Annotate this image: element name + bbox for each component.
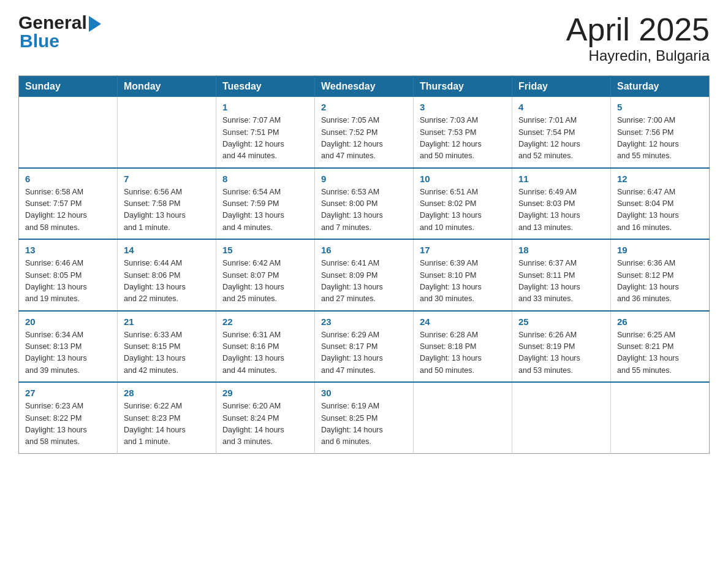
- day-number: 16: [321, 245, 407, 255]
- calendar-cell: 26Sunrise: 6:25 AMSunset: 8:21 PMDayligh…: [611, 311, 710, 383]
- day-number: 8: [222, 174, 308, 184]
- calendar-table: SundayMondayTuesdayWednesdayThursdayFrid…: [18, 75, 710, 454]
- calendar-cell: 27Sunrise: 6:23 AMSunset: 8:22 PMDayligh…: [19, 382, 118, 453]
- day-info: Sunrise: 6:51 AMSunset: 8:02 PMDaylight:…: [420, 186, 506, 234]
- calendar-cell: 5Sunrise: 7:00 AMSunset: 7:56 PMDaylight…: [611, 97, 710, 168]
- calendar-cell: 3Sunrise: 7:03 AMSunset: 7:53 PMDaylight…: [414, 97, 512, 168]
- day-info: Sunrise: 6:53 AMSunset: 8:00 PMDaylight:…: [321, 186, 407, 234]
- calendar-title: April 2025: [566, 12, 710, 47]
- day-number: 13: [25, 245, 111, 255]
- day-info: Sunrise: 6:20 AMSunset: 8:24 PMDaylight:…: [222, 400, 308, 448]
- calendar-cell: 14Sunrise: 6:44 AMSunset: 8:06 PMDayligh…: [118, 239, 216, 311]
- day-info: Sunrise: 7:01 AMSunset: 7:54 PMDaylight:…: [518, 115, 604, 163]
- day-number: 28: [124, 388, 210, 398]
- day-info: Sunrise: 6:58 AMSunset: 7:57 PMDaylight:…: [25, 186, 111, 234]
- day-info: Sunrise: 6:56 AMSunset: 7:58 PMDaylight:…: [124, 186, 210, 234]
- calendar-cell: 6Sunrise: 6:58 AMSunset: 7:57 PMDaylight…: [19, 168, 118, 240]
- calendar-cell: 18Sunrise: 6:37 AMSunset: 8:11 PMDayligh…: [512, 239, 611, 311]
- calendar-cell: [118, 97, 216, 168]
- day-number: 4: [518, 102, 604, 112]
- calendar-week-row: 1Sunrise: 7:07 AMSunset: 7:51 PMDaylight…: [19, 97, 710, 168]
- calendar-cell: 30Sunrise: 6:19 AMSunset: 8:25 PMDayligh…: [315, 382, 414, 453]
- weekday-header: Friday: [512, 76, 611, 98]
- calendar-cell: 13Sunrise: 6:46 AMSunset: 8:05 PMDayligh…: [19, 239, 118, 311]
- day-number: 15: [222, 245, 308, 255]
- logo-general-text: General: [18, 12, 87, 33]
- calendar-week-row: 13Sunrise: 6:46 AMSunset: 8:05 PMDayligh…: [19, 239, 710, 311]
- day-info: Sunrise: 6:34 AMSunset: 8:13 PMDaylight:…: [25, 329, 111, 377]
- calendar-cell: 29Sunrise: 6:20 AMSunset: 8:24 PMDayligh…: [216, 382, 315, 453]
- calendar-cell: [611, 382, 710, 453]
- logo-blue-text: Blue: [18, 31, 101, 52]
- day-number: 3: [420, 102, 506, 112]
- day-info: Sunrise: 6:39 AMSunset: 8:10 PMDaylight:…: [420, 258, 506, 305]
- calendar-cell: 20Sunrise: 6:34 AMSunset: 8:13 PMDayligh…: [19, 311, 118, 383]
- day-info: Sunrise: 6:29 AMSunset: 8:17 PMDaylight:…: [321, 329, 407, 377]
- day-number: 21: [124, 316, 210, 327]
- calendar-header-row: SundayMondayTuesdayWednesdayThursdayFrid…: [19, 76, 710, 98]
- calendar-cell: 4Sunrise: 7:01 AMSunset: 7:54 PMDaylight…: [512, 97, 611, 168]
- day-number: 11: [518, 174, 604, 184]
- day-info: Sunrise: 6:54 AMSunset: 7:59 PMDaylight:…: [222, 186, 308, 234]
- day-number: 12: [617, 174, 703, 184]
- day-info: Sunrise: 6:33 AMSunset: 8:15 PMDaylight:…: [124, 329, 210, 377]
- day-number: 25: [518, 316, 604, 327]
- calendar-cell: 2Sunrise: 7:05 AMSunset: 7:52 PMDaylight…: [315, 97, 414, 168]
- day-number: 19: [617, 245, 703, 255]
- calendar-cell: 25Sunrise: 6:26 AMSunset: 8:19 PMDayligh…: [512, 311, 611, 383]
- logo: General Blue: [18, 12, 101, 52]
- day-number: 26: [617, 316, 703, 327]
- weekday-header: Sunday: [19, 76, 118, 98]
- weekday-header: Wednesday: [315, 76, 414, 98]
- calendar-week-row: 20Sunrise: 6:34 AMSunset: 8:13 PMDayligh…: [19, 311, 710, 383]
- day-number: 24: [420, 316, 506, 327]
- calendar-cell: 9Sunrise: 6:53 AMSunset: 8:00 PMDaylight…: [315, 168, 414, 240]
- day-info: Sunrise: 6:28 AMSunset: 8:18 PMDaylight:…: [420, 329, 506, 377]
- day-info: Sunrise: 6:25 AMSunset: 8:21 PMDaylight:…: [617, 329, 703, 377]
- day-number: 27: [25, 388, 111, 398]
- day-number: 18: [518, 245, 604, 255]
- calendar-week-row: 6Sunrise: 6:58 AMSunset: 7:57 PMDaylight…: [19, 168, 710, 240]
- calendar-week-row: 27Sunrise: 6:23 AMSunset: 8:22 PMDayligh…: [19, 382, 710, 453]
- calendar-cell: 7Sunrise: 6:56 AMSunset: 7:58 PMDaylight…: [118, 168, 216, 240]
- day-number: 17: [420, 245, 506, 255]
- day-info: Sunrise: 6:19 AMSunset: 8:25 PMDaylight:…: [321, 400, 407, 448]
- weekday-header: Monday: [118, 76, 216, 98]
- calendar-cell: 22Sunrise: 6:31 AMSunset: 8:16 PMDayligh…: [216, 311, 315, 383]
- day-info: Sunrise: 6:41 AMSunset: 8:09 PMDaylight:…: [321, 258, 407, 305]
- day-info: Sunrise: 6:36 AMSunset: 8:12 PMDaylight:…: [617, 258, 703, 305]
- day-info: Sunrise: 6:26 AMSunset: 8:19 PMDaylight:…: [518, 329, 604, 377]
- day-number: 22: [222, 316, 308, 327]
- calendar-cell: 23Sunrise: 6:29 AMSunset: 8:17 PMDayligh…: [315, 311, 414, 383]
- day-number: 23: [321, 316, 407, 327]
- day-number: 2: [321, 102, 407, 112]
- weekday-header: Thursday: [414, 76, 512, 98]
- day-info: Sunrise: 6:23 AMSunset: 8:22 PMDaylight:…: [25, 400, 111, 448]
- day-number: 9: [321, 174, 407, 184]
- calendar-subtitle: Hayredin, Bulgaria: [566, 47, 710, 64]
- title-area: April 2025 Hayredin, Bulgaria: [566, 12, 710, 64]
- calendar-cell: 21Sunrise: 6:33 AMSunset: 8:15 PMDayligh…: [118, 311, 216, 383]
- day-info: Sunrise: 6:31 AMSunset: 8:16 PMDaylight:…: [222, 329, 308, 377]
- calendar-cell: 17Sunrise: 6:39 AMSunset: 8:10 PMDayligh…: [414, 239, 512, 311]
- day-info: Sunrise: 7:05 AMSunset: 7:52 PMDaylight:…: [321, 115, 407, 163]
- day-number: 10: [420, 174, 506, 184]
- day-number: 7: [124, 174, 210, 184]
- calendar-cell: [414, 382, 512, 453]
- day-number: 14: [124, 245, 210, 255]
- logo-chevron-icon: [89, 16, 101, 32]
- day-info: Sunrise: 6:47 AMSunset: 8:04 PMDaylight:…: [617, 186, 703, 234]
- calendar-cell: [512, 382, 611, 453]
- day-number: 29: [222, 388, 308, 398]
- day-info: Sunrise: 6:49 AMSunset: 8:03 PMDaylight:…: [518, 186, 604, 234]
- calendar-cell: 11Sunrise: 6:49 AMSunset: 8:03 PMDayligh…: [512, 168, 611, 240]
- day-number: 20: [25, 316, 111, 327]
- day-number: 30: [321, 388, 407, 398]
- calendar-cell: 12Sunrise: 6:47 AMSunset: 8:04 PMDayligh…: [611, 168, 710, 240]
- day-number: 6: [25, 174, 111, 184]
- weekday-header: Tuesday: [216, 76, 315, 98]
- day-number: 5: [617, 102, 703, 112]
- calendar-cell: 1Sunrise: 7:07 AMSunset: 7:51 PMDaylight…: [216, 97, 315, 168]
- day-info: Sunrise: 7:03 AMSunset: 7:53 PMDaylight:…: [420, 115, 506, 163]
- day-number: 1: [222, 102, 308, 112]
